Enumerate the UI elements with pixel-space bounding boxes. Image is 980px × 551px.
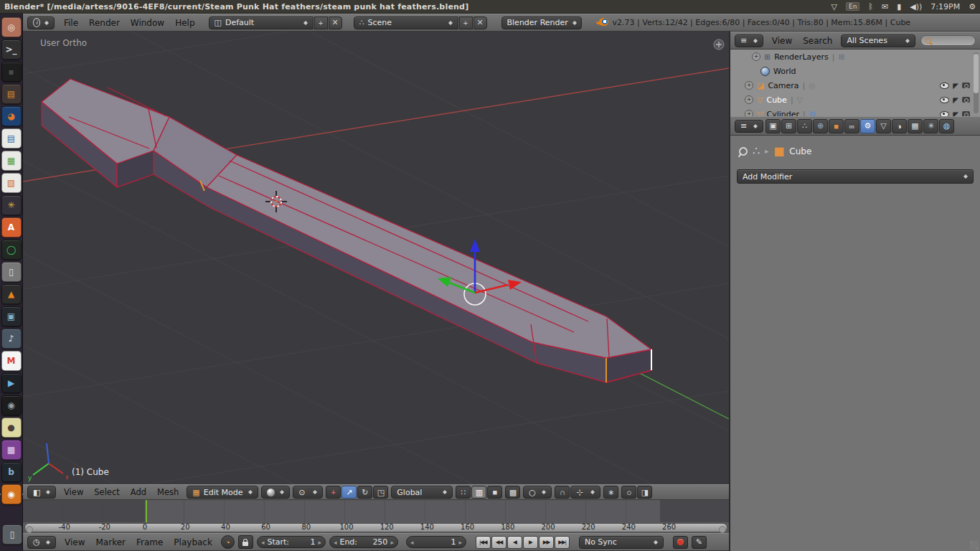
dock-icon-b-app[interactable]: b bbox=[1, 462, 22, 482]
network-icon[interactable]: ▽ bbox=[831, 2, 837, 11]
add-modifier-dropdown[interactable]: Add Modifier bbox=[737, 169, 974, 184]
timeline-menu-item[interactable]: Playback bbox=[169, 537, 217, 547]
playback-range-clock-button[interactable]: ◔ bbox=[221, 535, 235, 549]
interaction-mode-selector[interactable]: ▦ Edit Mode bbox=[187, 486, 258, 499]
visibility-eye-icon[interactable] bbox=[940, 83, 949, 89]
dock-icon-ubuntu-dash[interactable]: ◎ bbox=[1, 17, 22, 37]
snap-toggle-button[interactable]: ∩ bbox=[555, 486, 570, 499]
properties-tab-render-layers[interactable]: ⊞ bbox=[781, 119, 796, 133]
object-context-icon[interactable]: ∴ bbox=[753, 144, 760, 158]
properties-tab-data[interactable]: ▽ bbox=[876, 119, 891, 133]
pin-icon[interactable] bbox=[738, 145, 750, 157]
opengl-render-image-button[interactable] bbox=[621, 486, 636, 499]
vertex-select-button[interactable]: ∷ bbox=[456, 486, 471, 499]
dock-icon-usb-app[interactable]: ▯ bbox=[1, 262, 22, 282]
properties-tab-object[interactable]: ■ bbox=[829, 119, 844, 133]
dock-icon-vlc[interactable]: ▲ bbox=[1, 284, 22, 304]
add-scene-button[interactable]: + bbox=[459, 17, 473, 29]
current-frame-playhead[interactable] bbox=[146, 500, 147, 522]
keyboard-indicator[interactable]: En bbox=[846, 2, 859, 11]
playback-prev-keyframe[interactable]: ◀◀ bbox=[491, 536, 507, 549]
editor-type-selector-outliner[interactable]: ≡ bbox=[735, 34, 763, 47]
outliner-item-cylinder[interactable]: + ▽ Cylinder | ⚙ ◤ bbox=[730, 107, 980, 117]
properties-tab-render[interactable]: ▣ bbox=[765, 119, 781, 133]
pivot-point-selector[interactable]: ⊙ bbox=[293, 486, 323, 499]
dock-icon-video-player[interactable]: ▣ bbox=[1, 306, 22, 326]
opengl-render-anim-button[interactable]: ◨ bbox=[637, 486, 652, 499]
outliner-item-renderlayers[interactable]: + ⊞ RenderLayers | ⊞ bbox=[730, 50, 980, 64]
scale-manipulator-button[interactable]: ◳ bbox=[373, 486, 388, 499]
limit-to-visible-button[interactable]: ▩ bbox=[505, 486, 520, 499]
dock-icon-gimp[interactable]: ● bbox=[1, 418, 22, 438]
delete-layout-button[interactable]: ✕ bbox=[329, 17, 342, 29]
viewport-menu-item[interactable]: Add bbox=[126, 487, 151, 497]
dock-icon-music-app[interactable]: ♪ bbox=[1, 329, 22, 349]
auto-keyframe-record-button[interactable] bbox=[673, 536, 688, 549]
dock-icon-terminal[interactable]: >_ bbox=[1, 39, 22, 60]
outliner-item-camera[interactable]: + ◪ Camera | ◎ ◤ bbox=[730, 78, 980, 93]
region-split-plus-icon[interactable] bbox=[714, 39, 724, 50]
expand-icon[interactable]: + bbox=[745, 95, 753, 104]
sync-mode-selector[interactable]: No Sync bbox=[579, 536, 664, 549]
current-frame-field[interactable]: ◂ 1▸ bbox=[406, 536, 466, 548]
dock-icon-radio-app[interactable]: ▤ bbox=[1, 84, 22, 104]
add-layout-button[interactable]: + bbox=[314, 17, 328, 29]
properties-tab-texture[interactable]: ▦ bbox=[908, 119, 923, 133]
dock-icon-video-editor[interactable]: ▦ bbox=[1, 440, 22, 460]
editor-type-selector-properties[interactable]: ≡ bbox=[735, 120, 763, 133]
timeline-ruler[interactable]: -40-200204060801001201401601802002202402… bbox=[23, 522, 729, 533]
outliner-scrollbar[interactable] bbox=[974, 52, 979, 113]
snap-element-selector[interactable]: ⊹ bbox=[570, 486, 600, 499]
bluetooth-icon[interactable]: ᛒ bbox=[868, 2, 873, 11]
face-select-button[interactable]: ■ bbox=[487, 486, 502, 499]
keying-set-button[interactable]: ✎ bbox=[692, 536, 707, 549]
edge-select-button[interactable]: ▥ bbox=[471, 486, 486, 499]
properties-tab-physics[interactable]: ◍ bbox=[939, 119, 954, 133]
scene-selector[interactable]: ∴ Scene bbox=[354, 17, 458, 29]
dock-icon-libreoffice-impress[interactable]: ▧ bbox=[1, 173, 22, 193]
selectability-cursor-icon[interactable]: ◤ bbox=[953, 96, 958, 104]
resize-grip[interactable] bbox=[970, 541, 979, 550]
viewport-shading-selector[interactable] bbox=[261, 486, 290, 499]
outliner-menu-item[interactable]: Search bbox=[798, 36, 837, 46]
outliner-search-field[interactable] bbox=[920, 35, 976, 46]
outliner-item-world[interactable]: World bbox=[730, 64, 980, 78]
viewport-menu-item[interactable]: Mesh bbox=[152, 487, 184, 497]
properties-tab-modifiers[interactable]: ⚙ bbox=[860, 119, 875, 133]
delete-scene-button[interactable]: ✕ bbox=[473, 17, 487, 29]
properties-tab-world[interactable]: ⊕ bbox=[813, 119, 828, 133]
dock-icon-libreoffice-calc[interactable]: ▦ bbox=[1, 151, 22, 171]
lock-time-cursor-button[interactable] bbox=[238, 535, 253, 549]
properties-tab-scene[interactable]: ∴ bbox=[797, 119, 812, 133]
viewport-menu-item[interactable]: View bbox=[59, 487, 88, 497]
dock-icon-blender[interactable]: ◉ bbox=[1, 484, 22, 504]
timeline-frame-area[interactable] bbox=[23, 500, 729, 523]
dock-icon-trash[interactable]: ▯ bbox=[2, 524, 22, 545]
manipulator-axes-button[interactable]: + bbox=[326, 486, 341, 499]
end-frame-field[interactable]: ◂End: 250▸ bbox=[329, 536, 398, 548]
dock-icon-webcam-app[interactable]: ◉ bbox=[1, 395, 22, 415]
info-menu-item[interactable]: Window bbox=[126, 18, 169, 28]
playback-next-keyframe[interactable]: ▶▶ bbox=[539, 536, 554, 549]
properties-tab-particles[interactable]: ✳ bbox=[923, 119, 938, 133]
dock-icon-green-ring-app[interactable]: ◯ bbox=[1, 240, 22, 260]
info-menu-item[interactable]: Render bbox=[84, 18, 125, 28]
render-restrict-icon[interactable] bbox=[962, 97, 970, 103]
manipulate-centers-button[interactable]: ∗ bbox=[603, 486, 618, 499]
render-engine-selector[interactable]: Blender Render bbox=[501, 17, 582, 29]
proportional-edit-selector[interactable]: ○ bbox=[523, 486, 552, 499]
properties-tab-constraints[interactable]: ∞ bbox=[844, 119, 859, 133]
rotate-manipulator-button[interactable]: ↻ bbox=[357, 486, 372, 499]
translate-manipulator-button[interactable]: ↗ bbox=[341, 486, 357, 499]
outliner-filter-selector[interactable]: All Scenes bbox=[841, 34, 915, 47]
dock-icon-orange-a-app[interactable]: A bbox=[1, 217, 22, 237]
outliner-item-cube[interactable]: + ▽ Cube | ▽ ◤ bbox=[730, 93, 980, 107]
volume-icon[interactable]: ◀)) bbox=[910, 2, 922, 11]
dock-icon-photos-app[interactable]: ✳ bbox=[1, 195, 22, 215]
info-menu-item[interactable]: Help bbox=[170, 18, 199, 28]
selectability-cursor-icon[interactable]: ◤ bbox=[953, 82, 958, 90]
dock-icon-dark-app[interactable]: ▪ bbox=[1, 62, 22, 82]
screen-layout-selector[interactable]: ◫ Default bbox=[209, 17, 314, 29]
info-menu-item[interactable]: File bbox=[59, 18, 83, 28]
clock[interactable]: 7:19PM bbox=[930, 2, 960, 11]
